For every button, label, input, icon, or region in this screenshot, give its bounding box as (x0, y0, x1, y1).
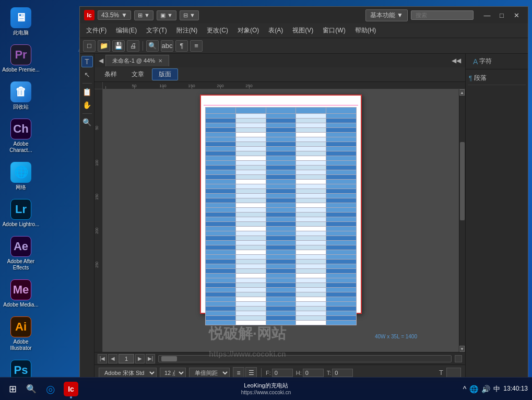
font-size-selector[interactable]: 12 点 (160, 368, 186, 378)
start-button[interactable]: ⊞ (4, 381, 21, 397)
table-row (206, 321, 357, 325)
page-prev[interactable]: ◀ (108, 354, 117, 363)
toolbar-print[interactable]: 🖨 (127, 40, 139, 52)
menu-edit[interactable]: 编辑(E) (112, 25, 141, 37)
table-cell (206, 227, 236, 231)
workspace-selector[interactable]: 基本功能 ▼ (365, 9, 408, 21)
scrollbar-down[interactable]: ▼ (459, 346, 465, 352)
tray-chevron[interactable]: ^ (463, 385, 467, 393)
taskbar-search-button[interactable]: 🔍 (23, 381, 40, 397)
toolbar-save[interactable]: 💾 (112, 40, 125, 52)
aftereffects-label: Adobe After Effects (2, 258, 40, 271)
system-time[interactable]: 13:40:13 (503, 385, 528, 393)
view-story[interactable]: 文章 (125, 68, 151, 80)
network-tray-icon[interactable]: 🌐 (469, 385, 478, 393)
menu-text[interactable]: 文字(T) (142, 25, 171, 37)
table-cell (206, 283, 236, 288)
view-grid-btn2[interactable]: ▣ ▼ (157, 10, 176, 20)
table-cell (266, 123, 296, 128)
doc-tab-close[interactable]: ✕ (158, 58, 162, 64)
menu-changes[interactable]: 更改(C) (203, 25, 232, 37)
desktop-icon-lightroom[interactable]: Lr Adobe Lightro... (1, 197, 42, 230)
desktop-icon-network[interactable]: 🌐 网络 (8, 160, 33, 193)
desktop-icon-character[interactable]: Ch Adobe Charact... (0, 116, 42, 156)
toolbar-new[interactable]: □ (83, 40, 96, 52)
tool-note[interactable]: 📋 (81, 86, 93, 98)
tool-zoom[interactable]: 🔍 (81, 116, 93, 128)
tab-right-nav[interactable]: ◀◀ (450, 56, 463, 65)
menu-table[interactable]: 表(A) (264, 25, 287, 37)
zoom-control[interactable]: 43.5% ▼ (98, 10, 131, 20)
f-input[interactable] (272, 369, 293, 377)
doc-tab-active[interactable]: 未命名-1 @ 44% ✕ (105, 55, 169, 66)
table-cell (296, 236, 326, 241)
page-next[interactable]: ▶ (135, 354, 145, 363)
close-button[interactable]: ✕ (509, 9, 524, 21)
status-resize-handle[interactable] (455, 355, 462, 362)
view-grid-btn3[interactable]: ⊟ ▼ (180, 10, 199, 20)
table-cell (296, 166, 326, 170)
line-spacing-selector[interactable]: 单倍间距 (189, 368, 230, 378)
t-input[interactable] (332, 369, 353, 377)
desktop-icon-recycle[interactable]: 🗑 回收站 (8, 79, 33, 112)
character-grid-btn[interactable] (446, 368, 461, 378)
taskbar-incopy-app[interactable]: Ic (61, 379, 81, 399)
active-indicator (70, 396, 72, 398)
page-first[interactable]: |◀ (98, 354, 107, 363)
language-indicator[interactable]: 中 (493, 384, 500, 394)
vertical-scrollbar[interactable]: ▲ ▼ (459, 89, 465, 352)
menu-file[interactable]: 文件(F) (82, 25, 111, 37)
tab-left-nav[interactable]: ◀ (97, 56, 105, 65)
desktop-icon-media[interactable]: Me Adobe Media... (1, 277, 40, 310)
panel-tab-character[interactable]: A 字符 (470, 55, 495, 67)
table-cell (266, 288, 296, 292)
desktop-icon-illustrator[interactable]: Ai Adobe Illustrator (0, 314, 42, 354)
para-panel-header[interactable]: ¶ 段落 (468, 72, 526, 85)
taskbar-edge-button[interactable]: ◎ (42, 381, 58, 397)
desktop-icon-premiere[interactable]: Pr Adobe Premie... (0, 42, 42, 75)
desktop-icon-aftereffects[interactable]: Ae Adobe After Effects (0, 234, 42, 273)
table-cell (266, 245, 296, 250)
table-cell (235, 274, 266, 278)
toolbar-align[interactable]: ≡ (190, 40, 203, 52)
table-cell (326, 255, 357, 260)
table-cell (235, 302, 266, 307)
table-row (206, 147, 357, 151)
scrollbar-up[interactable]: ▲ (459, 89, 465, 96)
view-grid-btn1[interactable]: ⊞ ▼ (134, 10, 153, 20)
table-cell (296, 161, 326, 166)
page-number-input[interactable] (119, 354, 134, 363)
tool-select[interactable]: ↖ (81, 69, 93, 80)
menu-notes[interactable]: 附注(N) (172, 25, 202, 37)
tool-move[interactable]: ✋ (81, 99, 93, 111)
minimize-button[interactable]: — (480, 9, 494, 21)
menu-view[interactable]: 视图(V) (288, 25, 317, 37)
table-cell (326, 231, 357, 236)
font-family-selector[interactable]: Adobe 宋体 Std (99, 368, 157, 378)
taskbar-incopy-icon: Ic (64, 382, 78, 396)
document-canvas[interactable]: 40W x 35L = 1400 (103, 89, 459, 352)
toolbar-folder[interactable]: 📁 (98, 40, 110, 52)
table-cell (266, 250, 296, 255)
menu-objects[interactable]: 对象(O) (233, 25, 263, 37)
scrollbar-thumb[interactable] (460, 142, 465, 221)
desktop-icon-computer[interactable]: 🖥 此电脑 (8, 5, 33, 38)
volume-tray-icon[interactable]: 🔊 (481, 385, 490, 393)
maximize-button[interactable]: □ (494, 9, 509, 21)
horizontal-scrollbar[interactable] (158, 355, 452, 362)
toolbar-search[interactable]: 🔍 (146, 40, 159, 52)
search-input[interactable] (411, 10, 474, 20)
h-scroll-thumb[interactable] (161, 356, 177, 361)
menu-help[interactable]: 帮助(H) (351, 25, 381, 37)
h-input[interactable] (303, 369, 324, 377)
table-cell (266, 142, 296, 147)
page-last[interactable]: ▶| (146, 354, 155, 363)
toolbar-spell[interactable]: abc (161, 40, 173, 52)
tool-text[interactable]: T (81, 56, 93, 67)
table-cell (235, 292, 266, 297)
view-galley[interactable]: 条样 (98, 68, 124, 80)
table-cell (235, 123, 266, 128)
view-layout[interactable]: 版面 (152, 68, 178, 80)
toolbar-para[interactable]: ¶ (175, 40, 188, 52)
menu-window[interactable]: 窗口(W) (318, 25, 349, 37)
